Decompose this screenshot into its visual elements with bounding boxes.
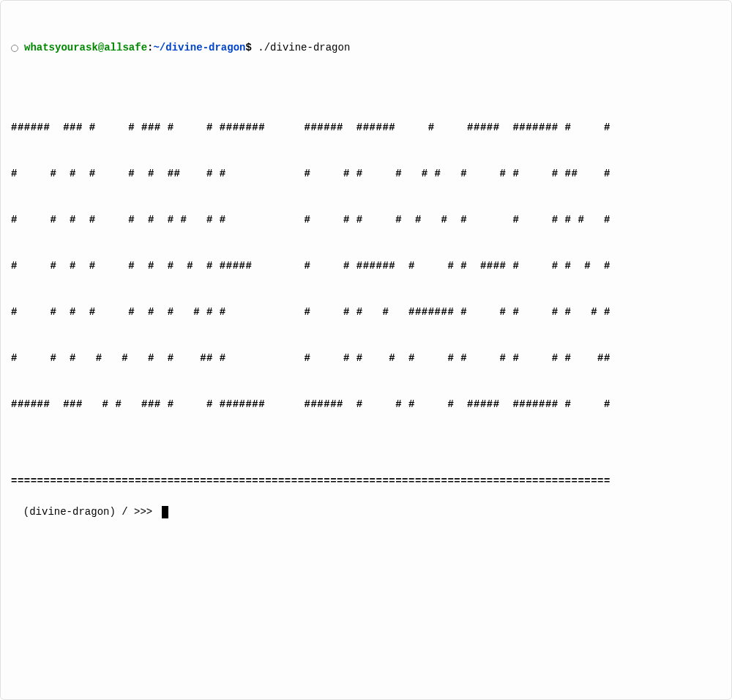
ascii-line: # # # # # # # # # # # # # # # # # # # # …	[11, 212, 721, 228]
colon: :	[147, 40, 153, 56]
ascii-line: # # # # # # # # # ##### # # ###### # # #…	[11, 258, 721, 274]
repl-prompt: (divine-dragon) / >>>	[23, 504, 159, 520]
cursor-block	[162, 506, 168, 518]
ascii-line: # # # # # # # # # # # # # # ####### # # …	[11, 305, 721, 320]
ascii-line: # # # # # # ## # # # # # # # # # # # # #…	[11, 166, 721, 182]
dollar-sign: $	[245, 40, 251, 56]
divider-line: ========================================…	[11, 474, 721, 489]
command-text: ./divine-dragon	[252, 40, 350, 56]
status-circle-icon	[11, 45, 18, 52]
repl-prompt-line[interactable]: (divine-dragon) / >>>	[23, 504, 168, 520]
ascii-line: # # # # # # # ## # # # # # # # # # # # #…	[11, 351, 721, 366]
shell-prompt-line: whatsyourask@allsafe:~/divine-dragon$ ./…	[11, 40, 721, 56]
ascii-line: ###### ### # # ### # # ####### ###### # …	[11, 397, 721, 412]
cwd-path: ~/divine-dragon	[153, 40, 245, 56]
ascii-line: ###### ### # # ### # # ####### ###### ##…	[11, 120, 721, 135]
ascii-banner: ###### ### # # ### # # ####### ###### ##…	[11, 89, 721, 443]
terminal-window[interactable]: whatsyourask@allsafe:~/divine-dragon$ ./…	[1, 1, 731, 529]
user-host: whatsyourask@allsafe	[24, 40, 147, 56]
